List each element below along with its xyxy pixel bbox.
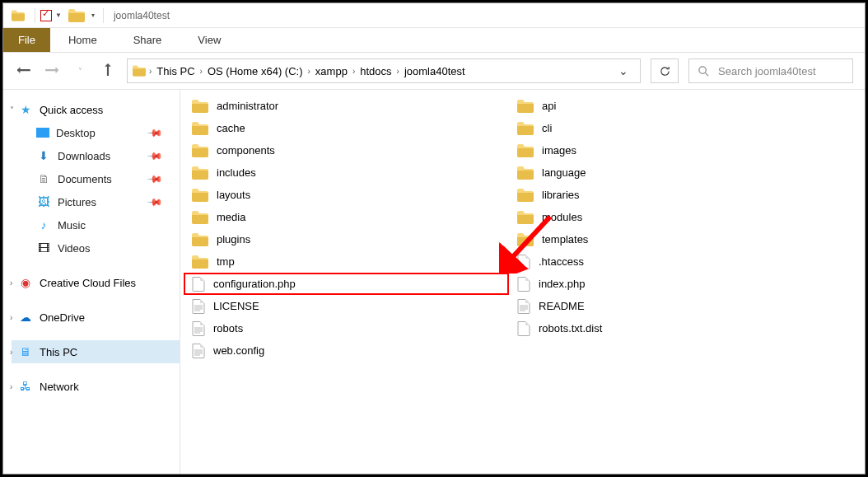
folder-item[interactable]: plugins: [184, 228, 509, 250]
app-icon: [12, 10, 25, 21]
pc-icon: 🖥: [18, 345, 33, 358]
item-label: language: [542, 166, 586, 179]
expand-icon[interactable]: ›: [10, 348, 12, 357]
file-item[interactable]: LICENSE: [184, 295, 509, 317]
item-label: robots.txt.dist: [539, 322, 602, 334]
qat-dropdown-icon[interactable]: ▼: [55, 12, 62, 19]
item-label: plugins: [217, 233, 250, 246]
item-label: configuration.php: [213, 278, 296, 290]
sidebar-this-pc[interactable]: › 🖥 This PC: [12, 340, 180, 363]
qat-folder-icon[interactable]: [68, 9, 85, 22]
item-label: robots: [213, 322, 243, 334]
refresh-icon: [659, 65, 671, 77]
item-label: images: [542, 144, 576, 157]
crumb-xampp[interactable]: xampp: [310, 65, 352, 77]
folder-item[interactable]: modules: [509, 206, 834, 228]
svg-point-0: [699, 66, 706, 72]
file-item[interactable]: robots.txt.dist: [509, 317, 834, 339]
file-item[interactable]: .htaccess: [509, 250, 834, 273]
creative-cloud-icon: ◉: [18, 276, 33, 289]
folder-item[interactable]: administrator: [184, 95, 509, 117]
item-label: libraries: [542, 189, 580, 201]
file-pane[interactable]: administratorcachecomponentsincludeslayo…: [180, 90, 865, 474]
tab-share[interactable]: Share: [115, 28, 180, 52]
folder-item[interactable]: libraries: [509, 184, 834, 206]
file-column-1: administratorcachecomponentsincludeslayo…: [184, 95, 509, 362]
address-bar[interactable]: › This PC › OS (Home x64) (C:) › xampp ›…: [127, 58, 641, 83]
item-label: media: [217, 211, 245, 223]
tab-view[interactable]: View: [180, 28, 239, 52]
expand-icon[interactable]: ›: [10, 313, 12, 322]
item-label: index.php: [539, 278, 585, 290]
pin-icon: 📌: [147, 124, 164, 142]
file-item[interactable]: web.config: [184, 339, 509, 362]
expand-icon[interactable]: ˅: [10, 105, 14, 115]
folder-item[interactable]: media: [184, 206, 509, 228]
folder-item[interactable]: tmp: [184, 250, 509, 273]
sidebar-item-desktop[interactable]: Desktop📌: [12, 121, 180, 144]
crumb-current[interactable]: joomla40test: [399, 65, 470, 77]
sidebar-creative-cloud[interactable]: › ◉ Creative Cloud Files: [12, 271, 180, 294]
recent-dropdown-icon[interactable]: ˅: [71, 67, 89, 76]
folder-item[interactable]: api: [509, 95, 834, 117]
file-item[interactable]: README: [509, 295, 834, 317]
ribbon: File Home Share View: [3, 28, 865, 53]
item-label: layouts: [217, 189, 250, 201]
file-item[interactable]: index.php: [509, 273, 834, 295]
sidebar: ˅ ★ Quick access Desktop📌 ⬇ Downloads📌 🗎…: [3, 90, 180, 474]
address-folder-icon: [133, 65, 146, 77]
sidebar-onedrive[interactable]: › ☁ OneDrive: [12, 306, 180, 329]
up-button[interactable]: 🠕: [99, 63, 117, 80]
folder-item[interactable]: images: [509, 139, 834, 161]
search-placeholder: Search joomla40test: [718, 65, 816, 77]
folder-item[interactable]: includes: [184, 161, 509, 184]
refresh-button[interactable]: [651, 58, 679, 83]
tab-home[interactable]: Home: [50, 28, 115, 52]
item-label: web.config: [213, 344, 264, 357]
file-item[interactable]: robots: [184, 317, 509, 339]
folder-item[interactable]: layouts: [184, 184, 509, 206]
address-dropdown-icon[interactable]: ⌄: [612, 64, 635, 77]
item-label: README: [539, 300, 585, 312]
expand-icon[interactable]: ›: [10, 382, 12, 391]
item-label: tmp: [217, 255, 235, 268]
sidebar-item-downloads[interactable]: ⬇ Downloads📌: [12, 144, 180, 167]
sidebar-quick-access[interactable]: ˅ ★ Quick access: [12, 98, 180, 121]
pin-icon: 📌: [147, 147, 164, 165]
folder-item[interactable]: cache: [184, 117, 509, 139]
file-column-2: apicliimageslanguagelibrariesmodulestemp…: [509, 95, 834, 362]
crumb-thispc[interactable]: This PC: [152, 65, 199, 77]
item-label: templates: [542, 233, 588, 246]
sidebar-item-pictures[interactable]: 🖼 Pictures📌: [12, 190, 180, 213]
window-title: joomla40test: [114, 10, 170, 21]
svg-line-1: [705, 72, 708, 76]
qat-properties-icon[interactable]: [40, 10, 52, 21]
search-icon: [698, 65, 710, 77]
item-label: administrator: [217, 100, 278, 112]
item-label: .htaccess: [539, 255, 584, 268]
music-icon: ♪: [36, 218, 51, 231]
file-item[interactable]: configuration.php: [184, 273, 509, 295]
content-area: ˅ ★ Quick access Desktop📌 ⬇ Downloads📌 🗎…: [3, 89, 865, 474]
folder-item[interactable]: language: [509, 161, 834, 184]
expand-icon[interactable]: ›: [10, 278, 12, 288]
folder-item[interactable]: cli: [509, 117, 834, 139]
address-bar-row: 🠔 🠖 ˅ 🠕 › This PC › OS (Home x64) (C:) ›…: [3, 53, 865, 89]
back-button[interactable]: 🠔: [15, 63, 33, 80]
folder-item[interactable]: templates: [509, 228, 834, 250]
pictures-icon: 🖼: [36, 195, 51, 208]
item-label: LICENSE: [213, 300, 259, 312]
item-label: cache: [217, 122, 245, 134]
crumb-drive[interactable]: OS (Home x64) (C:): [203, 65, 308, 77]
item-label: cli: [542, 122, 552, 134]
crumb-htdocs[interactable]: htdocs: [355, 65, 396, 77]
sidebar-item-videos[interactable]: 🎞 Videos: [12, 236, 180, 260]
item-label: api: [542, 100, 556, 112]
sidebar-item-music[interactable]: ♪ Music: [12, 213, 180, 236]
sidebar-item-documents[interactable]: 🗎 Documents📌: [12, 167, 180, 190]
sidebar-network[interactable]: › 🖧 Network: [12, 375, 180, 398]
search-input[interactable]: Search joomla40test: [688, 58, 853, 83]
file-tab[interactable]: File: [3, 28, 50, 52]
folder-item[interactable]: components: [184, 139, 509, 161]
qat-customize-icon[interactable]: ▾: [91, 12, 95, 19]
